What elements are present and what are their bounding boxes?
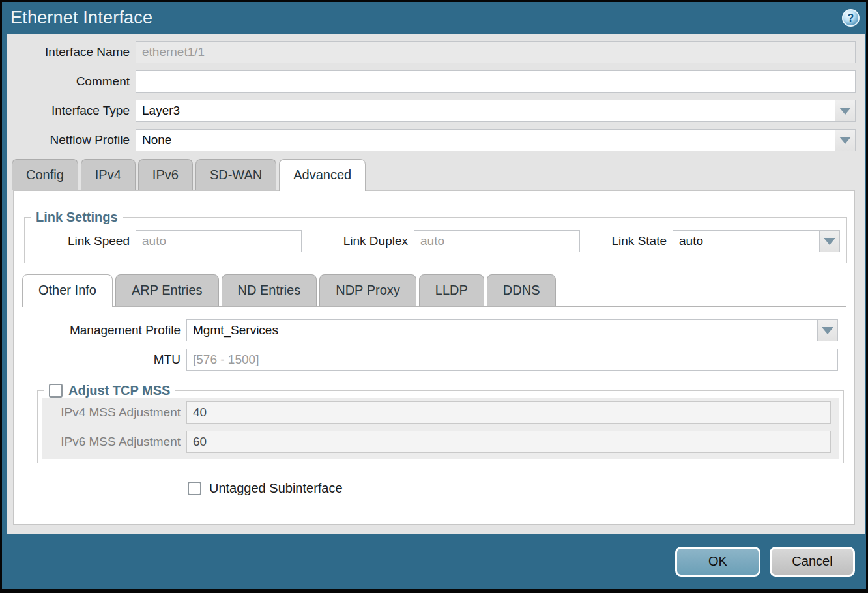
management-profile-value[interactable]	[186, 319, 817, 341]
adjust-tcp-mss-legend-text: Adjust TCP MSS	[68, 383, 170, 398]
link-state-group: Link State	[594, 230, 840, 252]
chevron-down-icon	[839, 137, 851, 144]
netflow-profile-select[interactable]	[136, 129, 856, 151]
mtu-row: MTU	[14, 349, 838, 371]
chevron-down-icon	[822, 327, 833, 334]
interface-name-row: Interface Name	[7, 41, 856, 63]
link-state-value[interactable]	[673, 230, 819, 252]
untagged-subinterface-label: Untagged Subinterface	[209, 481, 343, 496]
chevron-down-icon	[839, 108, 851, 115]
tab-advanced[interactable]: Advanced	[279, 159, 366, 191]
interface-type-value[interactable]	[136, 100, 835, 122]
tab-config[interactable]: Config	[12, 159, 78, 190]
advanced-tab-panel: Link Settings Link Speed Link Duplex Lin…	[13, 190, 855, 525]
management-profile-dropdown-trigger[interactable]	[817, 319, 838, 341]
adjust-tcp-mss-fieldset: Adjust TCP MSS IPv4 MSS Adjustment IPv6 …	[37, 383, 844, 463]
link-duplex-field[interactable]	[414, 230, 580, 252]
interface-type-select[interactable]	[136, 100, 856, 122]
untagged-subinterface-checkbox[interactable]	[188, 482, 201, 495]
ipv6-mss-row: IPv6 MSS Adjustment	[42, 431, 831, 453]
comment-row: Comment	[7, 70, 856, 93]
chevron-down-icon	[824, 238, 835, 245]
untagged-subinterface-row: Untagged Subinterface	[188, 481, 854, 496]
ipv6-mss-label: IPv6 MSS Adjustment	[42, 435, 186, 449]
tab-ipv6[interactable]: IPv6	[138, 159, 193, 190]
comment-field[interactable]	[136, 70, 856, 93]
dialog-title: Ethernet Interface	[10, 8, 152, 28]
footer-bar: OK Cancel	[2, 534, 866, 589]
ethernet-interface-dialog: Ethernet Interface ? Interface Name Comm…	[0, 0, 868, 593]
netflow-profile-row: Netflow Profile	[7, 129, 856, 151]
subtab-arp-entries[interactable]: ARP Entries	[115, 274, 219, 306]
link-state-select[interactable]	[673, 230, 840, 252]
ipv4-mss-field	[186, 401, 831, 424]
dialog-body: Interface Name Comment Interface Type Ne…	[7, 34, 865, 534]
subtab-lldp[interactable]: LLDP	[419, 274, 484, 306]
subtab-other-info[interactable]: Other Info	[22, 274, 113, 307]
link-state-label: Link State	[594, 234, 673, 248]
link-state-dropdown-trigger[interactable]	[819, 230, 840, 252]
subtab-ddns[interactable]: DDNS	[487, 274, 557, 306]
subtab-ndp-proxy[interactable]: NDP Proxy	[319, 274, 416, 306]
link-settings-row: Link Speed Link Duplex Link State	[25, 230, 840, 252]
tab-sdwan[interactable]: SD-WAN	[195, 159, 276, 190]
mtu-field[interactable]	[186, 349, 838, 371]
ipv4-mss-row: IPv4 MSS Adjustment	[42, 401, 831, 424]
tab-ipv4[interactable]: IPv4	[81, 159, 136, 190]
link-settings-fieldset: Link Settings Link Speed Link Duplex Lin…	[24, 210, 847, 263]
adjust-tcp-mss-legend: Adjust TCP MSS	[44, 383, 175, 398]
interface-name-field	[136, 41, 856, 63]
subtab-nd-entries[interactable]: ND Entries	[222, 274, 317, 306]
help-icon-glyph: ?	[848, 12, 854, 24]
management-profile-row: Management Profile	[14, 319, 838, 341]
interface-type-dropdown-trigger[interactable]	[835, 100, 856, 122]
sub-tab-strip: Other Info ARP Entries ND Entries NDP Pr…	[22, 274, 846, 307]
link-duplex-group: Link Duplex	[316, 230, 580, 252]
title-bar: Ethernet Interface ?	[2, 2, 866, 34]
netflow-profile-label: Netflow Profile	[7, 133, 136, 147]
interface-name-label: Interface Name	[7, 45, 136, 59]
link-speed-field[interactable]	[136, 230, 302, 252]
interface-type-row: Interface Type	[7, 100, 856, 122]
ipv4-mss-label: IPv4 MSS Adjustment	[42, 405, 186, 420]
netflow-profile-value[interactable]	[136, 129, 835, 151]
ipv6-mss-field	[186, 431, 831, 453]
management-profile-select[interactable]	[186, 319, 838, 341]
main-tab-strip: Config IPv4 IPv6 SD-WAN Advanced	[12, 159, 865, 190]
ok-button[interactable]: OK	[675, 547, 760, 577]
mtu-label: MTU	[14, 353, 186, 367]
help-icon[interactable]: ?	[842, 9, 860, 27]
link-duplex-label: Link Duplex	[316, 234, 414, 248]
cancel-button[interactable]: Cancel	[770, 547, 855, 577]
link-settings-legend: Link Settings	[31, 210, 123, 225]
netflow-dropdown-trigger[interactable]	[835, 129, 856, 151]
link-speed-group: Link Speed	[25, 230, 302, 252]
mss-disabled-panel: IPv4 MSS Adjustment IPv6 MSS Adjustment	[42, 398, 839, 459]
management-profile-label: Management Profile	[14, 323, 186, 338]
link-speed-label: Link Speed	[25, 234, 136, 248]
adjust-tcp-mss-checkbox[interactable]	[49, 384, 63, 398]
comment-label: Comment	[7, 74, 136, 89]
interface-type-label: Interface Type	[7, 104, 136, 118]
